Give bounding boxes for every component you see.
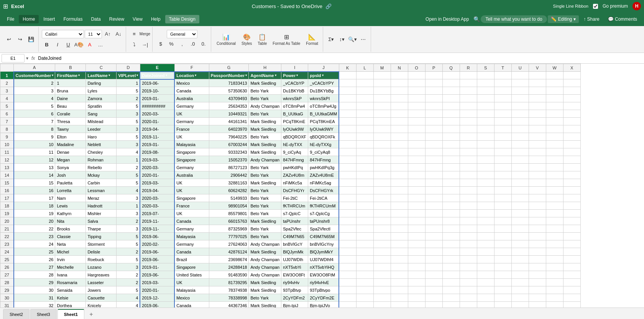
empty-cell-9-0[interactable] [339, 133, 356, 141]
cell-I21[interactable]: Spa2Vfec [281, 225, 308, 233]
empty-cell-24-4[interactable] [408, 248, 425, 256]
empty-cell-19-6[interactable] [442, 210, 460, 217]
cell-A23[interactable]: 24 [14, 240, 55, 248]
cell-A22[interactable]: 23 [14, 233, 55, 240]
empty-cell-30-10[interactable] [511, 294, 529, 302]
empty-cell-10-8[interactable] [477, 141, 494, 148]
col-header-W[interactable]: W [546, 64, 563, 72]
cell-B7[interactable]: Thresa [55, 118, 86, 125]
empty-cell-31-13[interactable] [563, 302, 580, 308]
cell-A26[interactable]: 27 [14, 263, 55, 271]
empty-cell-28-5[interactable] [425, 279, 442, 286]
row-header-31[interactable]: 31 [0, 302, 14, 308]
empty-cell-22-10[interactable] [511, 233, 529, 240]
cell-N1[interactable] [391, 72, 408, 79]
empty-cell-27-0[interactable] [339, 271, 356, 279]
cell-E14[interactable]: 2020-01- [140, 171, 174, 179]
empty-cell-14-6[interactable] [442, 171, 460, 179]
cell-H13[interactable]: Beto Yark [249, 164, 281, 171]
cell-E18[interactable]: 2020-03- [140, 202, 174, 210]
empty-cell-25-11[interactable] [529, 256, 546, 263]
empty-cell-8-4[interactable] [408, 125, 425, 133]
cell-D18[interactable]: 1 [117, 202, 140, 210]
empty-cell-6-0[interactable] [339, 110, 356, 118]
empty-cell-8-10[interactable] [511, 125, 529, 133]
empty-cell-26-3[interactable] [391, 263, 408, 271]
format-button[interactable]: 📐 Format [304, 28, 320, 51]
cell-B27[interactable]: Ivana [55, 271, 86, 279]
empty-cell-10-4[interactable] [408, 141, 425, 148]
cell-D30[interactable]: 4 [117, 294, 140, 302]
empty-cell-17-11[interactable] [529, 194, 546, 202]
empty-cell-13-9[interactable] [494, 164, 511, 171]
sheet-tab-Sheet3[interactable]: Sheet3 [30, 309, 57, 319]
empty-cell-29-3[interactable] [391, 286, 408, 294]
row-header-21[interactable]: 21 [0, 225, 14, 233]
cell-E20[interactable]: 2019-11- [140, 217, 174, 225]
empty-cell-25-12[interactable] [546, 256, 563, 263]
cell-A9[interactable]: 9 [14, 133, 55, 141]
empty-cell-23-8[interactable] [477, 240, 494, 248]
empty-cell-12-8[interactable] [477, 156, 494, 164]
cell-A27[interactable]: 28 [14, 271, 55, 279]
cell-G10[interactable]: 67003244 [209, 141, 249, 148]
empty-cell-9-10[interactable] [511, 133, 529, 141]
cell-E4[interactable]: 2019-01- [140, 95, 174, 102]
cell-F3[interactable]: Canada [174, 87, 209, 95]
empty-cell-21-9[interactable] [494, 225, 511, 233]
cell-B23[interactable]: Neta [55, 240, 86, 248]
empty-cell-8-3[interactable] [391, 125, 408, 133]
cell-B12[interactable]: Megan [55, 156, 86, 164]
empty-cell-17-8[interactable] [477, 194, 494, 202]
empty-cell-18-7[interactable] [460, 202, 477, 210]
cell-A12[interactable]: 12 [14, 156, 55, 164]
col-header-I[interactable]: I [281, 64, 308, 72]
row-header-5[interactable]: 5 [0, 102, 14, 110]
tell-me-input[interactable]: Tell me what you want to do [481, 15, 547, 23]
empty-cell-22-2[interactable] [373, 233, 391, 240]
empty-cell-10-11[interactable] [529, 141, 546, 148]
empty-cell-12-11[interactable] [529, 156, 546, 164]
cell-D3[interactable]: 5 [117, 87, 140, 95]
empty-cell-22-11[interactable] [529, 233, 546, 240]
empty-cell-2-2[interactable] [373, 79, 391, 87]
empty-cell-3-7[interactable] [460, 87, 477, 95]
sheet-tab-Sheet1[interactable]: Sheet1 [58, 309, 84, 319]
menu-data[interactable]: Data [87, 15, 104, 23]
col-header-B[interactable]: B [55, 64, 86, 72]
col-header-P[interactable]: P [425, 64, 442, 72]
empty-cell-9-4[interactable] [408, 133, 425, 141]
empty-cell-14-3[interactable] [391, 171, 408, 179]
empty-cell-8-13[interactable] [563, 125, 580, 133]
empty-cell-6-7[interactable] [460, 110, 477, 118]
cell-G20[interactable]: 66015763 [209, 217, 249, 225]
cell-B29[interactable]: Senaida [55, 286, 86, 294]
empty-cell-3-13[interactable] [563, 87, 580, 95]
col-header-R[interactable]: R [460, 64, 477, 72]
cell-E10[interactable]: 2019-01- [140, 141, 174, 148]
cell-F16[interactable]: UK [174, 187, 209, 194]
empty-cell-20-1[interactable] [356, 217, 373, 225]
empty-cell-24-6[interactable] [442, 248, 460, 256]
empty-cell-30-13[interactable] [563, 294, 580, 302]
empty-cell-12-6[interactable] [442, 156, 460, 164]
cell-A19[interactable]: 19 [14, 210, 55, 217]
empty-cell-16-6[interactable] [442, 187, 460, 194]
empty-cell-12-7[interactable] [460, 156, 477, 164]
empty-cell-10-2[interactable] [373, 141, 391, 148]
empty-cell-27-1[interactable] [356, 271, 373, 279]
cell-E11[interactable]: 2019-08- [140, 148, 174, 156]
cell-K1[interactable] [339, 72, 356, 79]
cell-B22[interactable]: Classie [55, 233, 86, 240]
col-header-J[interactable]: J [308, 64, 339, 72]
empty-cell-20-0[interactable] [339, 217, 356, 225]
cell-D20[interactable]: 2 [117, 217, 140, 225]
more-btn[interactable]: … [95, 40, 105, 50]
row-header-18[interactable]: 18 [0, 202, 14, 210]
cell-J27[interactable]: EW3OO8FtM [308, 271, 339, 279]
cell-E12[interactable]: 2019-03- [140, 156, 174, 164]
empty-cell-19-11[interactable] [529, 210, 546, 217]
find-btn[interactable]: 🔍▾ [348, 35, 358, 44]
row-header-24[interactable]: 24 [0, 248, 14, 256]
empty-cell-19-10[interactable] [511, 210, 529, 217]
